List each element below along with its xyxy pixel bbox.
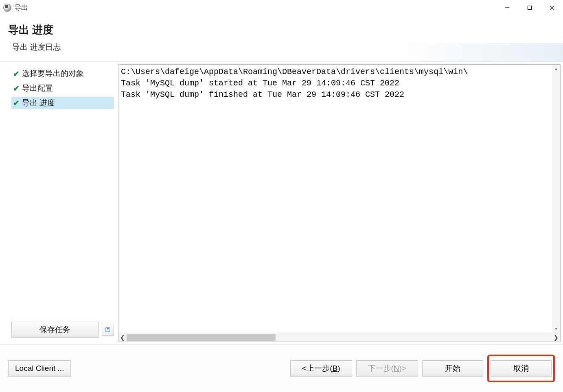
back-hotkey: B [332,364,337,372]
step-item-select-objects[interactable]: ✔ 选择要导出的对象 [11,68,114,80]
minimize-button[interactable] [496,0,518,15]
title-bar: 导出 [0,0,563,15]
save-task-button[interactable]: 保存任务 [11,322,99,338]
vertical-scrollbar[interactable]: ▴ ▾ [552,65,560,333]
steps-list: ✔ 选择要导出的对象 ✔ 导出配置 ✔ 导出 进度 [11,68,114,322]
wizard-sidebar: ✔ 选择要导出的对象 ✔ 导出配置 ✔ 导出 进度 保存任务 [0,62,118,344]
scrollbar-track[interactable] [127,334,552,341]
check-icon: ✔ [13,98,20,108]
page-subtitle: 导出 进度日志 [8,42,555,52]
next-button: 下一步(N)> [356,360,418,377]
page-title: 导出 进度 [8,23,555,37]
minimize-icon [505,5,510,10]
back-button[interactable]: <上一步(B) [290,360,352,377]
close-button[interactable] [541,0,563,15]
check-icon: ✔ [13,84,20,93]
log-box: C:\Users\dafeige\AppData\Roaming\DBeaver… [118,64,561,342]
save-icon [105,327,111,333]
scroll-up-icon[interactable]: ▴ [552,65,560,73]
next-suffix: )> [399,364,406,372]
window-controls [496,0,563,15]
close-icon [550,5,554,10]
maximize-button[interactable] [518,0,541,15]
start-button[interactable]: 开始 [422,360,483,377]
log-pane: C:\Users\dafeige\AppData\Roaming\DBeaver… [118,62,563,344]
step-item-export-config[interactable]: ✔ 导出配置 [11,82,114,94]
main-content: ✔ 选择要导出的对象 ✔ 导出配置 ✔ 导出 进度 保存任务 [0,61,563,345]
cancel-button[interactable]: 取消 [491,360,552,377]
scroll-right-icon[interactable]: ❯ [552,333,560,342]
next-hotkey: N [394,364,399,372]
save-task-link-button[interactable] [102,324,114,336]
scroll-down-icon[interactable]: ▾ [552,324,560,333]
log-scroll-area[interactable]: C:\Users\dafeige\AppData\Roaming\DBeaver… [118,65,560,333]
scrollbar-thumb[interactable] [127,334,276,341]
sidebar-footer: 保存任务 [11,322,114,340]
step-label: 选择要导出的对象 [22,68,84,79]
cancel-highlight: 取消 [487,355,555,382]
step-label: 导出配置 [22,83,53,94]
step-label: 导出 进度 [22,98,55,108]
local-client-button[interactable]: Local Client ... [8,360,71,377]
app-icon [3,4,11,12]
maximize-icon [527,5,532,10]
step-item-export-progress[interactable]: ✔ 导出 进度 [11,97,114,109]
svg-rect-1 [528,6,531,10]
log-text: C:\Users\dafeige\AppData\Roaming\DBeaver… [118,65,470,102]
wizard-button-bar: Local Client ... <上一步(B) 下一步(N)> 开始 取消 [0,345,563,392]
window-title: 导出 [15,4,28,12]
back-suffix: ) [337,364,340,372]
horizontal-scrollbar[interactable]: ❮ ❯ [118,333,560,342]
next-prefix: 下一步( [368,364,394,372]
check-icon: ✔ [13,69,20,78]
scroll-left-icon[interactable]: ❮ [118,333,127,342]
wizard-header: 导出 进度 导出 进度日志 [0,15,563,61]
svg-rect-5 [107,328,109,329]
back-prefix: <上一步( [302,364,332,372]
